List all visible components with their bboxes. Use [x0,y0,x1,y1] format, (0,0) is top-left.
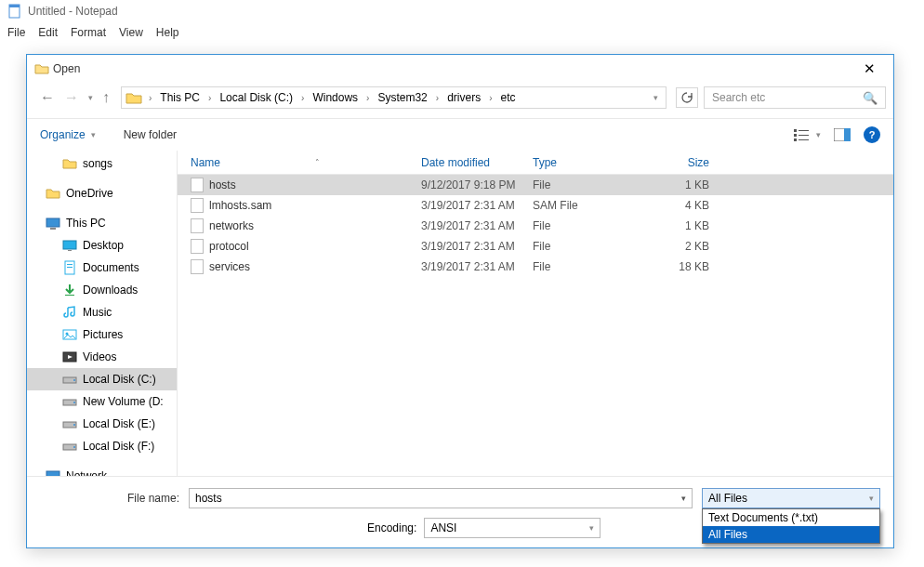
chevron-right-icon[interactable]: › [431,93,443,103]
svg-rect-16 [67,267,73,268]
filename-label: File name: [40,492,179,505]
tree-node[interactable]: Pictures [27,323,177,346]
view-options-button[interactable]: ▾ [794,128,821,141]
file-row[interactable]: lmhosts.sam3/19/2017 2:31 AMSAM File4 KB [178,195,893,216]
new-folder-button[interactable]: New folder [124,128,177,141]
filetype-filter-select[interactable]: All Files ▾ [702,488,880,508]
encoding-select[interactable]: ANSI ▾ [424,518,601,538]
svg-point-22 [73,379,75,381]
file-size: 18 KB [644,260,709,273]
file-name: protocol [209,240,249,253]
menu-file[interactable]: File [7,26,25,39]
refresh-button[interactable] [676,87,698,108]
chevron-right-icon[interactable]: › [297,93,309,103]
nav-up-button[interactable]: ↑ [102,89,110,106]
drive-icon [62,416,77,431]
chevron-down-icon: ▾ [816,130,821,139]
svg-rect-6 [799,135,809,136]
open-dialog: Open ✕ ← → ▾ ↑ › This PC › Local Disk (C… [26,54,894,548]
file-name: hosts [209,178,236,191]
breadcrumb-seg-windows[interactable]: Windows [309,91,362,104]
chevron-down-icon[interactable]: ▾ [653,93,658,102]
breadcrumb-seg-system32[interactable]: System32 [374,91,430,104]
notepad-title: Untitled - Notepad [28,5,118,18]
file-list-body[interactable]: hosts9/12/2017 9:18 PMFile1 KBlmhosts.sa… [178,175,893,476]
tree-node[interactable]: Local Disk (F:) [27,435,177,457]
menu-format[interactable]: Format [71,26,106,39]
tree-node[interactable]: Downloads [27,279,177,301]
file-size: 2 KB [644,240,709,253]
nav-forward-button[interactable]: → [64,89,79,106]
tree-node[interactable]: This PC [27,212,177,234]
tree-node-label: Downloads [83,284,138,297]
tree-node[interactable]: Desktop [27,234,177,257]
tree-node-label: This PC [66,217,106,230]
chevron-right-icon[interactable]: › [484,93,496,103]
svg-rect-7 [799,139,809,140]
file-row[interactable]: networks3/19/2017 2:31 AMFile1 KB [178,216,893,236]
file-type: File [533,240,644,253]
svg-rect-2 [794,129,797,132]
file-row[interactable]: hosts9/12/2017 9:18 PMFile1 KB [178,175,893,195]
file-icon [191,259,204,274]
breadcrumb-seg-c[interactable]: Local Disk (C:) [216,91,297,104]
col-size-header[interactable]: Size [644,156,709,169]
tree-node[interactable]: New Volume (D: [27,390,177,413]
breadcrumb-seg-etc[interactable]: etc [497,91,520,104]
file-type: SAM File [533,199,644,212]
nav-history-dropdown[interactable]: ▾ [88,93,93,102]
pictures-icon [62,327,77,342]
tree-node-label: Local Disk (F:) [83,440,154,453]
file-row[interactable]: protocol3/19/2017 2:31 AMFile2 KB [178,236,893,257]
nav-back-button[interactable]: ← [40,89,55,106]
col-name-header[interactable]: Name ˄ [191,156,421,169]
help-button[interactable]: ? [864,126,880,143]
chevron-right-icon[interactable]: › [144,93,156,103]
tree-node[interactable]: songs [27,152,177,175]
menu-help[interactable]: Help [156,26,179,39]
documents-icon [62,260,77,275]
tree-node[interactable]: Local Disk (E:) [27,413,177,435]
search-input[interactable]: Search etc 🔍 [704,86,886,109]
filetype-filter-dropdown: Text Documents (*.txt) All Files [702,508,880,544]
notepad-icon [7,4,22,19]
file-row[interactable]: services3/19/2017 2:31 AMFile18 KB [178,257,893,277]
file-name: lmhosts.sam [209,199,271,212]
videos-icon [62,349,77,364]
svg-rect-3 [794,134,797,137]
address-bar[interactable]: › This PC › Local Disk (C:) › Windows › … [121,86,667,109]
col-date-header[interactable]: Date modified [421,156,533,169]
svg-point-24 [73,402,75,403]
column-headers[interactable]: Name ˄ Date modified Type Size [178,151,893,175]
chevron-right-icon[interactable]: › [204,93,216,103]
file-icon [191,198,204,213]
tree-node[interactable]: Videos [27,346,177,368]
chevron-right-icon[interactable]: › [362,93,374,103]
filter-option-txt[interactable]: Text Documents (*.txt) [703,509,879,526]
menu-view[interactable]: View [119,26,143,39]
filename-input[interactable]: hosts ▾ [189,488,693,508]
tree-node[interactable]: OneDrive [27,182,177,204]
col-type-header[interactable]: Type [533,156,644,169]
filter-option-all[interactable]: All Files [703,526,879,543]
breadcrumb-seg-drivers[interactable]: drivers [443,91,484,104]
navigation-tree[interactable]: songsOneDriveThis PCDesktopDocumentsDown… [27,151,178,476]
tree-node[interactable]: Music [27,301,177,323]
tree-node-label: Music [83,306,112,319]
chevron-down-icon[interactable]: ▾ [681,494,686,503]
tree-node[interactable]: Network [27,465,177,476]
file-type: File [533,178,644,191]
tree-node-label: New Volume (D: [83,395,164,408]
close-button[interactable]: ✕ [852,60,886,77]
menu-edit[interactable]: Edit [38,26,58,39]
tree-node[interactable]: Local Disk (C:) [27,368,177,390]
file-icon [191,239,204,254]
tree-node-label: Local Disk (C:) [83,373,156,386]
preview-pane-button[interactable] [834,128,851,141]
organize-menu[interactable]: Organize ▾ [40,128,96,141]
desktop-icon [62,238,77,253]
search-icon: 🔍 [863,91,878,105]
file-date: 9/12/2017 9:18 PM [421,178,533,191]
tree-node[interactable]: Documents [27,257,177,279]
breadcrumb-seg-thispc[interactable]: This PC [156,91,204,104]
